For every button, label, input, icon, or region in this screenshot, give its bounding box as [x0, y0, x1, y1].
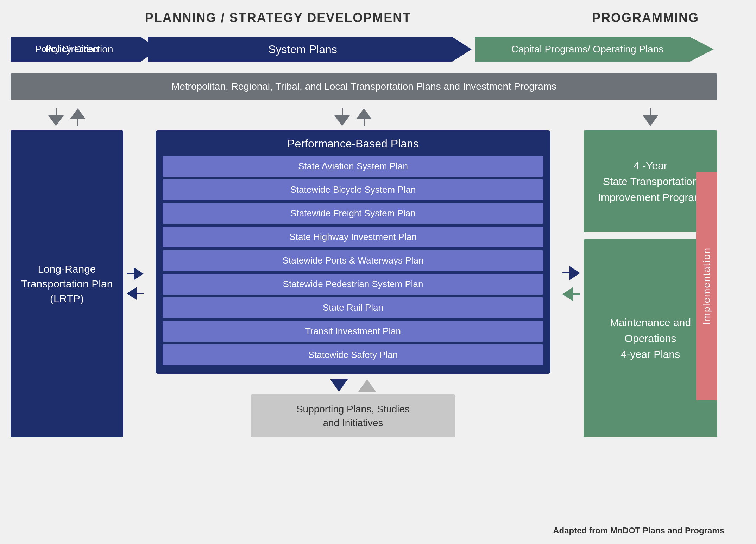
right-col-down-arrow-icon [643, 115, 658, 126]
perf-down-arrow-icon [334, 115, 350, 126]
content-area: Long-Range Transportation Plan (LRTP) [11, 108, 717, 437]
perf-item-4: Statewide Ports & Waterways Plan [163, 250, 543, 271]
arrow-left-from-perf [127, 287, 144, 300]
four-year-text: 4 -Year State Transportation Improvement… [598, 158, 703, 205]
implementation-text: Implementation [698, 240, 716, 331]
maintenance-text: Maintenance and Operations 4-year Plans [610, 315, 691, 362]
supporting-row: Supporting Plans, Studies and Initiative… [156, 379, 550, 437]
perf-item-2: Statewide Freight System Plan [163, 203, 543, 224]
top-headers: PLANNING / STRATEGY DEVELOPMENT PROGRAMM… [11, 11, 745, 28]
perf-up-arrow-icon [356, 108, 372, 119]
left-arrow-icon [127, 287, 137, 300]
support-arrow-down [330, 379, 348, 392]
perf-to-right-arrows [562, 266, 580, 301]
lrtp-box: Long-Range Transportation Plan (LRTP) [11, 130, 123, 437]
performance-box: Performance-Based Plans State Aviation S… [156, 130, 550, 374]
lrtp-column: Long-Range Transportation Plan (LRTP) [11, 108, 123, 437]
middle-column: Performance-Based Plans State Aviation S… [156, 108, 550, 437]
support-down-icon [330, 379, 348, 392]
right-arrow-to-impl-icon [569, 266, 580, 280]
capital-programs-label: Capital Programs/ Operating Plans [511, 43, 678, 56]
planning-header: PLANNING / STRATEGY DEVELOPMENT [11, 11, 546, 28]
lrtp-top-arrows [48, 108, 86, 126]
right-arrow-icon [134, 267, 144, 280]
capital-programs-arrow: Capital Programs/ Operating Plans [475, 32, 714, 67]
arrow-row: Policy Direction Policy Direction System… [11, 32, 714, 67]
left-arrow-from-impl-icon [562, 287, 573, 301]
supporting-arrows [330, 379, 376, 392]
system-plans-label: System Plans [268, 43, 351, 56]
lrtp-arrow-up [70, 108, 86, 126]
perf-item-1: Statewide Bicycle System Plan [163, 179, 543, 200]
perf-arrow-down [334, 108, 350, 126]
supporting-text: Supporting Plans, Studies and Initiative… [296, 404, 410, 428]
lrtp-text: Long-Range Transportation Plan (LRTP) [21, 262, 113, 306]
perf-item-5: Statewide Pedestrian System Plan [163, 274, 543, 295]
up-arrow-icon [70, 108, 86, 119]
metropolitan-banner: Metropolitan, Regional, Tribal, and Loca… [11, 73, 717, 100]
right-arrow-down [584, 108, 717, 126]
policy-direction-arrow: Policy Direction Policy Direction [11, 32, 158, 67]
perf-items-list: State Aviation System Plan Statewide Bic… [163, 156, 543, 365]
policy-direction-label: Policy Direction [45, 44, 124, 55]
arrow-right-to-perf [127, 267, 144, 280]
arrow-right-to-right [562, 266, 580, 280]
programming-header: PROGRAMMING [546, 11, 745, 28]
perf-top-arrows [334, 108, 372, 126]
perf-item-6: State Rail Plan [163, 297, 543, 318]
perf-item-8: Statewide Safety Plan [163, 344, 543, 365]
perf-item-3: State Highway Investment Plan [163, 227, 543, 247]
footer-text: Adapted from MnDOT Plans and Programs [553, 526, 724, 536]
perf-arrow-up [356, 108, 372, 126]
lrtp-to-perf-arrows [127, 267, 144, 300]
perf-item-0: State Aviation System Plan [163, 156, 543, 177]
down-arrow-icon [48, 115, 64, 126]
supporting-box: Supporting Plans, Studies and Initiative… [251, 394, 455, 437]
system-plans-arrow: System Plans [148, 32, 472, 67]
lrtp-arrow-down [48, 108, 64, 126]
perf-item-7: Transit Investment Plan [163, 321, 543, 342]
implementation-bar: Implementation [696, 172, 717, 400]
main-container: PLANNING / STRATEGY DEVELOPMENT PROGRAMM… [0, 0, 756, 544]
support-up-icon [358, 379, 376, 392]
arrow-left-from-right [562, 287, 580, 301]
support-arrow-up [358, 379, 376, 392]
perf-title: Performance-Based Plans [163, 137, 543, 150]
